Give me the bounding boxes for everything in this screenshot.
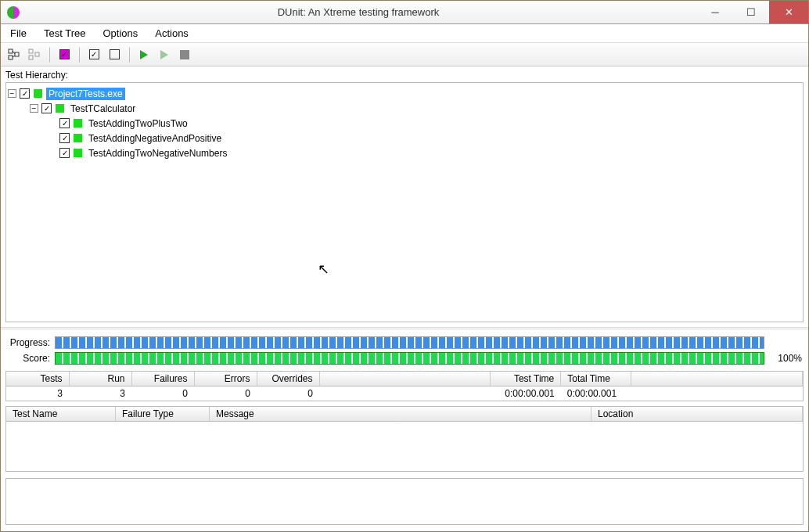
- tree-deselect-icon: [28, 49, 41, 61]
- status-pass-icon: [34, 89, 42, 98]
- select-current-button[interactable]: [56, 46, 73, 63]
- tree-label-root[interactable]: Project7Tests.exe: [46, 88, 125, 100]
- menu-bar: File Test Tree Options Actions: [1, 24, 808, 43]
- detail-panel: [5, 478, 804, 525]
- run-button[interactable]: [135, 46, 153, 63]
- val-tests: 3: [6, 386, 69, 401]
- tree-label-test[interactable]: TestAddingNegativeAndPositive: [86, 132, 224, 145]
- progress-bar: [55, 336, 764, 349]
- select-all-button[interactable]: [5, 46, 23, 63]
- status-pass-icon: [74, 119, 82, 128]
- score-bar: [55, 352, 764, 365]
- tree-checkbox[interactable]: [59, 148, 70, 158]
- svg-rect-6: [29, 56, 33, 59]
- app-icon: [7, 6, 20, 19]
- play-selected-icon: [160, 50, 168, 59]
- stop-button[interactable]: [176, 46, 193, 63]
- tree-label-suite[interactable]: TestTCalculator: [68, 102, 138, 115]
- titlebar: DUnit: An Xtreme testing framework ─ ☐ ✕: [1, 1, 808, 24]
- status-pass-icon: [74, 149, 82, 157]
- checkbox-empty-icon: [110, 49, 120, 59]
- val-failures: 0: [131, 386, 194, 401]
- col-filler: [319, 372, 491, 386]
- col-message[interactable]: Message: [210, 407, 591, 421]
- maximize-button[interactable]: ☐: [733, 1, 769, 23]
- score-row: Score: 100%: [1, 350, 808, 366]
- progress-row: Progress:: [1, 335, 808, 350]
- menu-options[interactable]: Options: [98, 26, 142, 41]
- tree-node-suite[interactable]: − TestTCalculator: [8, 101, 801, 116]
- col-failures[interactable]: Failures: [131, 372, 194, 386]
- val-overrides: 0: [257, 386, 319, 401]
- toolbar-separator: [49, 47, 50, 63]
- check-all-button[interactable]: [85, 46, 102, 63]
- col-totaltime[interactable]: Total Time: [561, 372, 631, 386]
- status-pass-icon: [74, 134, 82, 142]
- col-failuretype[interactable]: Failure Type: [116, 407, 210, 421]
- val-run: 3: [69, 386, 131, 401]
- svg-rect-0: [9, 49, 13, 53]
- stats-row: 3 3 0 0 0 0:00:00.001 0:00:00.001: [6, 386, 803, 401]
- toolbar: [1, 43, 808, 66]
- val-totaltime: 0:00:00.001: [561, 386, 631, 401]
- collapse-icon[interactable]: −: [8, 89, 16, 98]
- col-testname[interactable]: Test Name: [6, 407, 116, 421]
- checkbox-checked-icon: [89, 49, 99, 59]
- play-icon: [140, 50, 148, 59]
- menu-actions[interactable]: Actions: [150, 26, 193, 41]
- col-tests[interactable]: Tests: [6, 372, 69, 386]
- menu-test-tree[interactable]: Test Tree: [39, 26, 90, 41]
- score-label: Score:: [7, 353, 50, 364]
- minimize-button[interactable]: ─: [697, 1, 733, 23]
- tree-node-test[interactable]: TestAddingNegativeAndPositive: [8, 131, 801, 146]
- menu-file[interactable]: File: [5, 26, 31, 41]
- col-errors[interactable]: Errors: [194, 372, 257, 386]
- score-percent: 100%: [771, 353, 802, 364]
- val-errors: 0: [194, 386, 257, 401]
- tree-node-test[interactable]: TestAddingTwoPlusTwo: [8, 116, 801, 131]
- tree-label-test[interactable]: TestAddingTwoPlusTwo: [86, 117, 190, 130]
- main-window: DUnit: An Xtreme testing framework ─ ☐ ✕…: [0, 0, 809, 532]
- svg-rect-2: [15, 52, 19, 56]
- col-overrides[interactable]: Overrides: [257, 372, 319, 386]
- svg-rect-7: [35, 52, 39, 56]
- svg-rect-1: [9, 56, 13, 59]
- svg-rect-5: [29, 49, 33, 53]
- col-testtime[interactable]: Test Time: [491, 372, 561, 386]
- tree-label-test[interactable]: TestAddingTwoNegativeNumbers: [86, 147, 229, 160]
- run-selected-button[interactable]: [156, 46, 173, 63]
- tree-checkbox[interactable]: [59, 118, 70, 128]
- status-pass-icon: [56, 104, 64, 113]
- uncheck-all-button[interactable]: [106, 46, 123, 63]
- collapse-icon[interactable]: −: [30, 104, 38, 113]
- val-testtime: 0:00:00.001: [491, 386, 561, 401]
- toolbar-separator: [78, 47, 80, 63]
- close-button[interactable]: ✕: [769, 1, 808, 23]
- stop-icon: [180, 50, 189, 59]
- tree-checkbox[interactable]: [20, 88, 30, 99]
- tree-node-root[interactable]: − Project7Tests.exe: [8, 86, 801, 101]
- progress-label: Progress:: [7, 337, 50, 348]
- tree-checkbox[interactable]: [59, 133, 70, 143]
- col-run[interactable]: Run: [69, 372, 131, 386]
- hierarchy-label: Test Hierarchy:: [1, 66, 808, 82]
- tree-checkbox[interactable]: [41, 103, 52, 113]
- test-tree[interactable]: − Project7Tests.exe − TestTCalculator Te…: [5, 82, 804, 322]
- col-location[interactable]: Location: [591, 407, 803, 421]
- tree-select-icon: [8, 49, 20, 61]
- stats-panel: Tests Run Failures Errors Overrides Test…: [5, 371, 804, 401]
- results-panel: Test Name Failure Type Message Location: [5, 406, 804, 472]
- window-title: DUnit: An Xtreme testing framework: [20, 6, 697, 18]
- tree-node-test[interactable]: TestAddingTwoNegativeNumbers: [8, 146, 801, 160]
- toolbar-separator: [128, 47, 130, 63]
- checkbox-pink-icon: [59, 49, 70, 59]
- deselect-all-button[interactable]: [26, 46, 43, 63]
